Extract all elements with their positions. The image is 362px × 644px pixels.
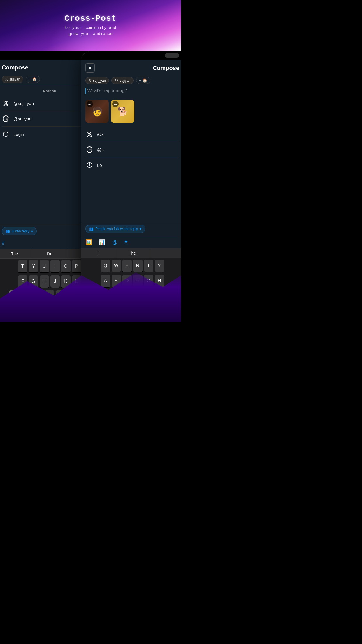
right-thumb-person[interactable]: 🧑 •••: [85, 100, 109, 123]
right-chip-sujiyan-label: sujiyan: [120, 78, 130, 83]
right-key-space[interactable]: space: [103, 306, 161, 318]
key-t[interactable]: T: [18, 260, 27, 272]
right-chip-suji-yan[interactable]: 𝕏 suji_yan: [85, 77, 109, 84]
left-hashtag-icon[interactable]: #: [2, 241, 5, 247]
banner-title: Cross-Post: [64, 14, 116, 23]
key-q[interactable]: Q: [101, 260, 110, 272]
right-key-row-3: ↑ Z X C V B: [81, 288, 181, 304]
right-account-chips: 𝕏 suji_yan @ sujiyan + 🏠: [81, 75, 181, 86]
right-bluesky-logo: [85, 161, 94, 169]
right-shift-key[interactable]: ↑: [99, 290, 112, 303]
key-n[interactable]: N: [56, 290, 65, 303]
key-v[interactable]: V: [34, 290, 43, 303]
key-b[interactable]: B: [157, 290, 166, 302]
key-b[interactable]: B: [45, 290, 54, 303]
key-j[interactable]: J: [50, 275, 60, 288]
left-chip-icon: 𝕏: [5, 77, 8, 81]
right-login-label: Lo: [97, 163, 179, 168]
right-poll-icon[interactable]: 📊: [99, 239, 105, 246]
right-keyboard: I The Q W E R T Y A S D F: [81, 249, 181, 319]
left-reply-button[interactable]: 👥 w can reply ▾: [2, 227, 37, 235]
right-compose-input[interactable]: What's happening?: [81, 86, 181, 97]
left-suggestion-1[interactable]: The: [0, 249, 32, 258]
key-d[interactable]: D: [122, 275, 132, 287]
right-threads-logo: [85, 146, 94, 154]
key-u[interactable]: U: [40, 260, 49, 272]
right-account-item-threads: @s: [81, 142, 181, 157]
key-s[interactable]: S: [112, 275, 121, 287]
right-key-row-4: 123 space 🙂: [81, 304, 181, 319]
key-g[interactable]: G: [29, 275, 38, 288]
key-w[interactable]: W: [112, 260, 121, 272]
right-reply-section: 👥 People you follow can reply ▾: [81, 222, 181, 236]
key-h[interactable]: H: [155, 275, 164, 287]
key-space[interactable]: space: [10, 306, 69, 318]
left-add-account[interactable]: + 🏠: [26, 76, 40, 83]
key-g[interactable]: G: [144, 275, 153, 287]
right-hashtag-icon[interactable]: #: [124, 239, 127, 246]
left-handle-suji-yan: @suji_yan: [13, 101, 86, 106]
key-c[interactable]: C: [23, 290, 33, 303]
right-suggestion-2[interactable]: The: [115, 249, 150, 258]
right-mention-icon[interactable]: @: [112, 239, 117, 246]
right-suggestion-1[interactable]: I: [81, 249, 115, 258]
key-i[interactable]: I: [50, 260, 60, 272]
right-thumb-person-menu[interactable]: •••: [87, 101, 93, 107]
right-key-emoji[interactable]: 🙂: [163, 306, 176, 318]
key-k[interactable]: K: [61, 275, 71, 288]
right-suggestion-3[interactable]: [150, 249, 181, 258]
key-h[interactable]: H: [40, 275, 49, 288]
key-shift[interactable]: ⇧: [9, 290, 22, 303]
phone-right: ✕ Compose 𝕏 suji_yan @ sujiyan + 🏠: [81, 51, 181, 319]
key-y[interactable]: Y: [155, 260, 164, 272]
key-c[interactable]: C: [135, 290, 144, 302]
key-z[interactable]: Z: [113, 290, 123, 302]
left-chip-label: sujiyan: [9, 77, 20, 81]
key-p[interactable]: P: [72, 260, 81, 272]
key-hash-right[interactable]: #: [86, 306, 100, 318]
left-compose-title: Compose: [2, 64, 28, 71]
banner-subtitle: to your community and grow your audience: [65, 25, 116, 37]
key-r[interactable]: R: [133, 260, 143, 272]
key-f[interactable]: F: [18, 275, 27, 288]
right-add-account[interactable]: + 🏠: [136, 77, 150, 84]
key-e[interactable]: E: [122, 260, 132, 272]
key-at[interactable]: @: [70, 306, 84, 318]
right-chip-threads-icon: @: [115, 78, 118, 83]
key-l[interactable]: L: [72, 275, 81, 288]
key-y[interactable]: Y: [29, 260, 38, 272]
key-f[interactable]: F: [133, 275, 143, 287]
right-account-list: @s @s: [81, 125, 181, 174]
left-chip-sujiyan[interactable]: 𝕏 sujiyan: [2, 76, 23, 83]
key-t[interactable]: T: [144, 260, 153, 272]
key-m[interactable]: M: [66, 290, 76, 303]
right-reply-label: People you follow can reply: [95, 227, 138, 231]
left-key-row-3: ⇧ C V B N M ⌫: [0, 289, 102, 304]
right-placeholder: What's happening?: [87, 88, 127, 93]
right-media-icon[interactable]: 🖼️: [85, 239, 92, 246]
right-thumb-doge[interactable]: 🐕 •••: [111, 100, 134, 123]
right-cursor: [85, 88, 86, 94]
key-backspace[interactable]: ⌫: [77, 290, 90, 303]
right-reply-button[interactable]: 👥 People you follow can reply ▾: [85, 225, 145, 233]
left-bluesky-logo: [2, 130, 10, 138]
right-handle-x: @s: [97, 132, 179, 137]
key-v[interactable]: V: [146, 290, 155, 302]
key-o[interactable]: O: [61, 260, 71, 272]
key-a[interactable]: A: [101, 275, 110, 287]
phones-container: Compose 𝕏 sujiyan + 🏠 ▾: [0, 51, 181, 322]
right-toolbar: 🖼️ 📊 @ #: [81, 236, 181, 249]
right-close-button[interactable]: ✕: [85, 63, 95, 73]
left-key-row-4: # space @ #: [0, 304, 102, 319]
right-phone-inner: ✕ Compose 𝕏 suji_yan @ sujiyan + 🏠: [81, 51, 181, 319]
right-thumb-doge-menu[interactable]: •••: [112, 101, 119, 107]
right-key-123[interactable]: 123: [89, 306, 102, 318]
right-suggestions: I The: [81, 249, 181, 258]
right-chip-sujiyan[interactable]: @ sujiyan: [111, 77, 134, 84]
right-x-logo: [85, 130, 94, 138]
key-x[interactable]: X: [124, 290, 133, 302]
right-key-row-1: Q W E R T Y: [81, 258, 181, 273]
right-compose-header: ✕ Compose: [81, 60, 181, 75]
left-suggestion-2[interactable]: I'm: [32, 249, 67, 258]
key-hash-left[interactable]: #: [0, 306, 9, 318]
